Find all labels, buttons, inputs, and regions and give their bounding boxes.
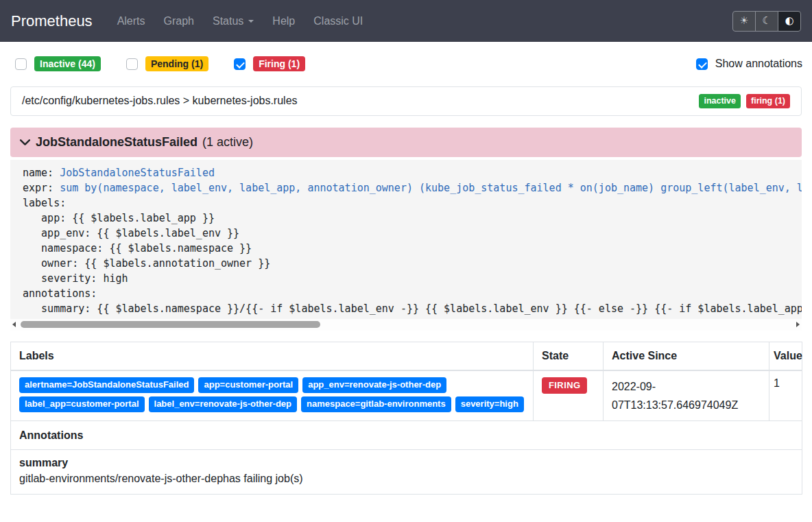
chevron-down-icon <box>19 137 31 148</box>
group-inactive-badge: inactive <box>699 94 741 108</box>
rule-group-title: /etc/config/kubernetes-jobs.rules > kube… <box>22 95 298 107</box>
group-firing-badge: firing (1) <box>746 94 790 108</box>
filter-inactive: Inactive (44) <box>15 56 101 71</box>
label-badge: app=customer-portal <box>198 377 298 393</box>
horizontal-scrollbar[interactable] <box>10 319 802 331</box>
pending-checkbox[interactable] <box>126 58 138 70</box>
state-cell: FIRING <box>534 370 604 421</box>
inactive-checkbox[interactable] <box>15 58 27 70</box>
value-column-header: Value <box>769 342 802 370</box>
circle-half-icon: ◐ <box>785 16 793 26</box>
alerts-table: Labels State Active Since Value alertnam… <box>10 342 802 495</box>
scroll-left-arrow-icon[interactable] <box>12 322 16 327</box>
rule-yaml-body: labels: app: {{ $labels.label_app }} app… <box>23 197 802 315</box>
nav-status-dropdown[interactable]: Status <box>213 15 254 27</box>
navbar: Prometheus Alerts Graph Status Help Clas… <box>0 0 812 42</box>
moon-icon: ☾ <box>762 16 771 26</box>
annotation-value: gitlab-environments/renovate-js-other-de… <box>19 473 793 485</box>
sun-icon: ☀ <box>739 16 748 26</box>
filter-firing: Firing (1) <box>234 56 305 71</box>
annotation-row: summary gitlab-environments/renovate-js-… <box>11 449 802 494</box>
label-badge: namespace=gitlab-environments <box>301 396 451 412</box>
active-since-cell: 2022-09-07T13:13:57.646974049Z <box>604 370 769 421</box>
pending-filter-badge[interactable]: Pending (1) <box>145 56 208 71</box>
filter-pending: Pending (1) <box>126 56 208 71</box>
dropdown-caret-icon <box>248 20 254 23</box>
value-cell: 1 <box>769 370 802 421</box>
light-theme-button[interactable]: ☀ <box>732 11 756 32</box>
firing-state-badge: FIRING <box>542 377 587 394</box>
nav-alerts[interactable]: Alerts <box>117 15 145 27</box>
inactive-filter-badge[interactable]: Inactive (44) <box>34 56 101 71</box>
theme-toggle-group: ☀ ☾ ◐ <box>732 11 801 32</box>
nav-classic-ui[interactable]: Classic UI <box>313 15 363 27</box>
auto-theme-button[interactable]: ◐ <box>778 11 801 32</box>
rule-card: JobStandaloneStatusFailed (1 active) nam… <box>10 128 802 331</box>
nav-graph[interactable]: Graph <box>164 15 194 27</box>
rule-header[interactable]: JobStandaloneStatusFailed (1 active) <box>10 128 802 157</box>
rule-expr-link[interactable]: sum by(namespace, label_env, label_app, … <box>60 182 802 194</box>
annotation-key: summary <box>19 457 793 469</box>
label-badge: label_app=customer-portal <box>19 396 145 412</box>
state-column-header: State <box>534 342 604 370</box>
nav-status-label: Status <box>213 15 243 27</box>
show-annotations-checkbox[interactable] <box>696 58 708 70</box>
table-header-row: Labels State Active Since Value <box>11 342 802 370</box>
label-badge: severity=high <box>455 396 524 412</box>
nav-help[interactable]: Help <box>272 15 295 27</box>
yaml-expr-key: expr: <box>23 182 53 194</box>
annotations-heading: Annotations <box>11 420 802 449</box>
firing-filter-badge[interactable]: Firing (1) <box>253 56 305 71</box>
labels-cell-badges: alertname=JobStandaloneStatusFailedapp=c… <box>19 377 525 413</box>
scroll-right-arrow-icon[interactable] <box>796 322 800 327</box>
labels-column-header: Labels <box>11 342 534 370</box>
scrollbar-thumb[interactable] <box>21 321 320 328</box>
annotations-heading-row: Annotations <box>11 420 802 449</box>
firing-checkbox[interactable] <box>234 58 246 70</box>
brand-link[interactable]: Prometheus <box>11 12 93 30</box>
show-annotations-toggle: Show annotations <box>696 58 802 70</box>
rule-group-panel: /etc/config/kubernetes-jobs.rules > kube… <box>10 86 802 116</box>
label-badge: app_env=renovate-js-other-dep <box>302 377 446 393</box>
yaml-name-key: name: <box>23 167 53 179</box>
alert-row: alertname=JobStandaloneStatusFailedapp=c… <box>11 370 802 421</box>
rule-active-count: (1 active) <box>202 135 253 150</box>
rule-name-link[interactable]: JobStandaloneStatusFailed <box>60 167 215 179</box>
label-badge: label_env=renovate-js-other-dep <box>149 396 297 412</box>
filter-bar: Inactive (44) Pending (1) Firing (1) Sho… <box>0 42 812 82</box>
rule-definition: name: JobStandaloneStatusFailed expr: su… <box>10 160 802 319</box>
rule-name: JobStandaloneStatusFailed <box>36 135 198 150</box>
label-badge: alertname=JobStandaloneStatusFailed <box>19 377 194 393</box>
labels-cell: alertname=JobStandaloneStatusFailedapp=c… <box>11 370 534 421</box>
rule-group-badges: inactive firing (1) <box>699 94 790 108</box>
show-annotations-label: Show annotations <box>715 58 802 70</box>
dark-theme-button[interactable]: ☾ <box>755 11 778 32</box>
active-since-column-header: Active Since <box>604 342 769 370</box>
annotation-summary-cell: summary gitlab-environments/renovate-js-… <box>11 449 802 494</box>
